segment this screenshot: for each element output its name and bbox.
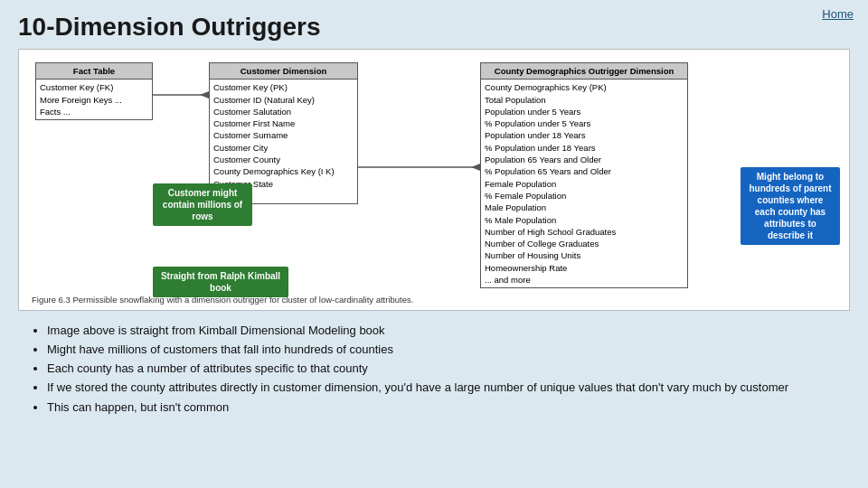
fact-row-3: Facts ... bbox=[40, 106, 148, 117]
county-row-9: % Female Population bbox=[485, 190, 684, 202]
bullet-4: If we stored the county attributes direc… bbox=[47, 379, 841, 397]
page-title: 10-Dimension Outriggers bbox=[18, 13, 850, 42]
bullet-1: Image above is straight from Kimball Dim… bbox=[47, 322, 841, 340]
county-row-5: % Population under 18 Years bbox=[485, 142, 684, 154]
cust-row-0: Customer Key (PK) bbox=[213, 81, 354, 93]
cust-row-7: County Demographics Key (I K) bbox=[213, 165, 354, 177]
county-row-2: Population under 5 Years bbox=[485, 106, 684, 117]
diagram-inner: Fact Table Customer Key (FK) More Foreig… bbox=[19, 50, 849, 310]
page: Home 10-Dimension Outriggers Fact Table … bbox=[0, 0, 868, 488]
annotation-might-box: Might belong to hundreds of parent count… bbox=[741, 167, 840, 245]
title-prefix: 10- bbox=[18, 13, 54, 41]
county-row-0: County Demographics Key (PK) bbox=[485, 81, 684, 93]
annotation-customer-box: Customer might contain millions of rows bbox=[153, 183, 252, 226]
bullet-3: Each county has a number of attributes s… bbox=[47, 360, 841, 378]
county-row-8: Female Population bbox=[485, 178, 684, 190]
fact-table-header: Fact Table bbox=[36, 63, 152, 80]
county-dim-body: County Demographics Key (PK) Total Popul… bbox=[481, 80, 687, 287]
fact-row-2: More Foreign Keys ... bbox=[40, 94, 148, 106]
county-row-7: % Population 65 Years and Older bbox=[485, 165, 684, 177]
cust-row-1: Customer ID (Natural Key) bbox=[213, 94, 354, 106]
county-row-14: Number of Housing Units bbox=[485, 249, 684, 261]
svg-marker-3 bbox=[471, 164, 480, 171]
county-row-13: Number of College Graduates bbox=[485, 238, 684, 249]
fact-table-body: Customer Key (FK) More Foreign Keys ... … bbox=[36, 80, 152, 119]
diagram-area: Fact Table Customer Key (FK) More Foreig… bbox=[18, 49, 850, 311]
title-main: Dimension Outriggers bbox=[54, 13, 320, 41]
county-row-4: Population under 18 Years bbox=[485, 129, 684, 141]
customer-dim-header: Customer Dimension bbox=[210, 63, 357, 80]
bullet-list: Image above is straight from Kimball Dim… bbox=[27, 322, 841, 417]
county-row-11: % Male Population bbox=[485, 214, 684, 226]
county-row-12: Number of High School Graduates bbox=[485, 226, 684, 238]
county-dim-header: County Demographics Outrigger Dimension bbox=[481, 63, 687, 80]
county-row-6: Population 65 Years and Older bbox=[485, 154, 684, 165]
cust-row-5: Customer City bbox=[213, 142, 354, 154]
cust-row-2: Customer Salutation bbox=[213, 106, 354, 117]
county-row-1: Total Population bbox=[485, 94, 684, 106]
county-row-16: ... and more bbox=[485, 274, 684, 286]
svg-marker-2 bbox=[200, 91, 209, 99]
bullet-2: Might have millions of customers that fa… bbox=[47, 341, 841, 359]
county-row-3: % Population under 5 Years bbox=[485, 117, 684, 129]
cust-row-6: Customer County bbox=[213, 154, 354, 165]
annotation-kimball-box: Straight from Ralph Kimball book bbox=[153, 267, 288, 297]
cust-row-3: Customer First Name bbox=[213, 117, 354, 129]
home-link[interactable]: Home bbox=[822, 7, 854, 21]
county-row-15: Homeownership Rate bbox=[485, 262, 684, 274]
fact-row-1: Customer Key (FK) bbox=[40, 81, 148, 93]
bullet-5: This can happen, but isn't common bbox=[47, 399, 841, 417]
cust-row-4: Customer Surname bbox=[213, 129, 354, 141]
county-row-10: Male Population bbox=[485, 202, 684, 213]
figure-caption: Figure 6.3 Permissible snowflaking with … bbox=[32, 295, 413, 305]
bullet-list-container: Image above is straight from Kimball Dim… bbox=[18, 318, 850, 417]
county-dimension-table: County Demographics Outrigger Dimension … bbox=[480, 62, 688, 288]
fact-table: Fact Table Customer Key (FK) More Foreig… bbox=[35, 62, 153, 120]
